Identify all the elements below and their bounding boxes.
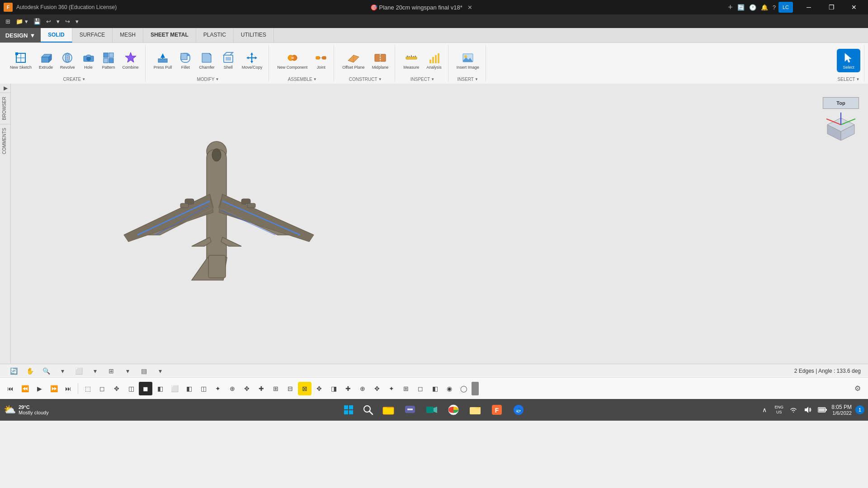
redo-button[interactable]: ↪ xyxy=(63,17,72,26)
timeline-tool-21[interactable]: ⊞ xyxy=(399,382,413,395)
close-button[interactable]: ✕ xyxy=(844,0,864,14)
timeline-active-button[interactable]: ⊠ xyxy=(298,382,311,395)
design-mode-button[interactable]: DESIGN ▼ xyxy=(0,28,41,42)
tab-sheet-metal[interactable]: SHEET METAL xyxy=(143,28,196,42)
taskbar-app-chrome[interactable] xyxy=(443,400,463,420)
timeline-tool-2[interactable]: ✥ xyxy=(110,382,123,395)
timeline-tool-16[interactable]: ◨ xyxy=(327,382,340,395)
panel-expand-button[interactable]: ▶ xyxy=(0,84,11,93)
save-button[interactable]: 💾 xyxy=(32,17,42,26)
taskbar-search-button[interactable] xyxy=(359,401,377,418)
notification-count-badge[interactable]: 1 xyxy=(855,405,864,414)
timeline-tool-11[interactable]: ✥ xyxy=(240,382,254,395)
undo-button[interactable]: ↩ xyxy=(44,17,53,26)
measure-button[interactable]: Measure xyxy=(401,50,422,71)
notification-button[interactable]: 🔔 xyxy=(759,3,770,12)
redo-dropdown-button[interactable]: ▾ xyxy=(74,17,80,26)
group-inspect-label[interactable]: INSPECT ▼ xyxy=(410,77,434,82)
view-layout-button[interactable]: ▤ xyxy=(137,366,150,376)
tray-lang-button[interactable]: ENGUS xyxy=(774,404,784,415)
tray-battery-button[interactable] xyxy=(817,404,828,415)
timeline-settings-button[interactable]: ⚙ xyxy=(851,382,864,395)
timeline-tool-19[interactable]: ✥ xyxy=(370,382,384,395)
timeline-tool-15[interactable]: ✥ xyxy=(312,382,326,395)
grid-dropdown-button[interactable]: ▾ xyxy=(121,366,134,376)
display-mode-button[interactable]: ⬜ xyxy=(72,366,85,376)
timeline-tool-8[interactable]: ◫ xyxy=(197,382,210,395)
taskbar-app-chat[interactable] xyxy=(400,400,420,420)
group-insert-label[interactable]: INSERT ▼ xyxy=(457,77,478,82)
pattern-button[interactable]: Pattern xyxy=(99,50,118,71)
viewport[interactable]: Top xyxy=(11,84,868,364)
timeline-tool-3[interactable]: ◫ xyxy=(124,382,138,395)
taskbar-app-explorer[interactable] xyxy=(378,400,398,420)
timeline-tool-6[interactable]: ⬜ xyxy=(168,382,181,395)
zoom-dropdown-button[interactable]: ▾ xyxy=(56,366,69,376)
grid-button[interactable]: ⊞ xyxy=(105,366,118,376)
move-button[interactable]: Move/Copy xyxy=(239,50,265,71)
playback-last-button[interactable]: ⏭ xyxy=(61,382,75,395)
add-tab-button[interactable]: + xyxy=(726,2,735,13)
timeline-tool-20[interactable]: ✦ xyxy=(385,382,398,395)
reload-button[interactable]: 🔄 xyxy=(736,3,746,12)
timeline-tool-22[interactable]: ◻ xyxy=(414,382,427,395)
user-avatar[interactable]: LC xyxy=(778,2,793,13)
timeline-tool-9[interactable]: ✦ xyxy=(211,382,225,395)
timeline-tool-24[interactable]: ◉ xyxy=(443,382,456,395)
timeline-end-button[interactable] xyxy=(472,382,479,395)
undo-dropdown-button[interactable]: ▾ xyxy=(55,17,61,26)
hole-button[interactable]: Hole xyxy=(80,50,98,71)
view-cube-3d[interactable] xyxy=(823,109,859,141)
tray-volume-button[interactable] xyxy=(802,404,813,415)
playback-play-button[interactable]: ▶ xyxy=(33,382,46,395)
press-pull-button[interactable]: Press Pull xyxy=(151,50,175,71)
motion-button[interactable]: Joint xyxy=(312,50,330,71)
group-select-label[interactable]: SELECT ▼ xyxy=(838,77,860,82)
timeline-tool-17[interactable]: ✚ xyxy=(341,382,355,395)
playback-first-button[interactable]: ⏮ xyxy=(4,382,17,395)
timeline-tool-7[interactable]: ◧ xyxy=(182,382,196,395)
shell-button[interactable]: Shell xyxy=(219,50,237,71)
comments-label[interactable]: COMMENTS xyxy=(0,124,10,158)
insert-image-button[interactable]: Insert Image xyxy=(454,50,482,71)
taskbar-app-meet[interactable] xyxy=(422,400,442,420)
tab-utilities[interactable]: UTILITIES xyxy=(234,28,274,42)
weather-widget[interactable]: ⛅ 29°C Mostly cloudy xyxy=(4,404,49,416)
pan-button[interactable]: ✋ xyxy=(24,366,36,376)
timeline-tool-13[interactable]: ⊞ xyxy=(269,382,283,395)
taskbar-app-fish[interactable]: 🐟 xyxy=(509,400,528,420)
system-clock[interactable]: 8:05 PM 1/6/2022 xyxy=(831,404,852,416)
group-construct-label[interactable]: CONSTRUCT ▼ xyxy=(349,77,382,82)
combine-button[interactable]: Combine xyxy=(120,50,142,71)
browser-label[interactable]: BROWSER xyxy=(0,93,10,124)
grid-menu-button[interactable]: ⊞ xyxy=(4,17,12,26)
help-button[interactable]: ? xyxy=(771,3,778,12)
new-sketch-button[interactable]: New Sketch xyxy=(7,50,34,71)
timeline-select-button[interactable]: ⬚ xyxy=(81,382,94,395)
view-layout-dropdown-button[interactable]: ▾ xyxy=(154,366,166,376)
inspect-analysis-button[interactable]: Analysis xyxy=(424,50,444,71)
minimize-button[interactable]: ─ xyxy=(798,0,819,14)
taskbar-app-orange[interactable]: F xyxy=(487,400,507,420)
zoom-button[interactable]: 🔍 xyxy=(40,366,52,376)
group-modify-label[interactable]: MODIFY ▼ xyxy=(197,77,219,82)
orbit-button[interactable]: 🔄 xyxy=(7,366,20,376)
tab-solid[interactable]: SOLID xyxy=(41,28,72,42)
view-cube[interactable]: Top xyxy=(823,97,859,142)
timeline-tool-10[interactable]: ⊕ xyxy=(226,382,239,395)
display-dropdown-button[interactable]: ▾ xyxy=(89,366,101,376)
timeline-tool-5[interactable]: ◧ xyxy=(153,382,167,395)
taskbar-app-files[interactable] xyxy=(465,400,485,420)
history-button[interactable]: 🕐 xyxy=(747,3,758,12)
timeline-tool-23[interactable]: ◧ xyxy=(428,382,442,395)
file-menu-button[interactable]: 📁 ▾ xyxy=(14,17,30,26)
timeline-tool-25[interactable]: ◯ xyxy=(457,382,471,395)
select-button[interactable]: Select xyxy=(837,49,860,72)
timeline-tool-1[interactable]: ◻ xyxy=(95,382,109,395)
construct-midplane-button[interactable]: Midplane xyxy=(369,50,392,71)
group-create-label[interactable]: CREATE ▼ xyxy=(63,77,85,82)
extrude-button[interactable]: Extrude xyxy=(36,50,56,71)
timeline-tool-18[interactable]: ⊕ xyxy=(356,382,369,395)
timeline-tool-14[interactable]: ⊟ xyxy=(283,382,297,395)
maximize-button[interactable]: ❐ xyxy=(821,0,842,14)
